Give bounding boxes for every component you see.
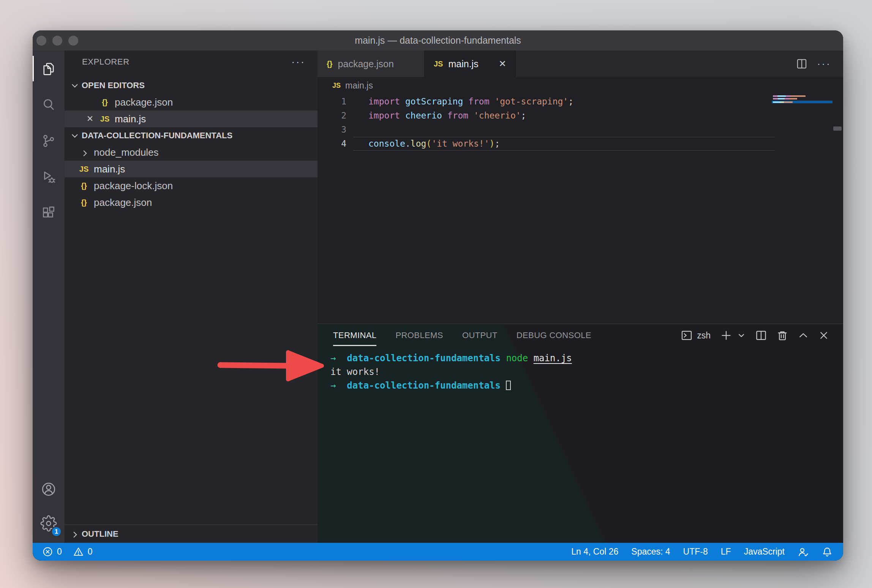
code-line-2: 2 import cheerio from 'cheerio'; [318,109,843,123]
split-editor-icon[interactable] [796,58,807,69]
line-number: 4 [318,137,353,151]
activity-bar: 1 [33,51,65,543]
terminal-panel: TERMINAL PROBLEMS OUTPUT DEBUG CONSOLE z… [318,324,843,543]
tree-item-package-json[interactable]: {} package.json [65,194,318,211]
tree-item-node-modules[interactable]: node_modules [65,144,318,161]
activity-extensions-button[interactable] [33,195,65,231]
zoom-window-button[interactable] [68,36,78,46]
open-editor-item-main-js[interactable]: ✕ JS main.js [65,111,318,127]
kill-terminal-trash-icon[interactable] [777,330,788,341]
desktop-background: { "window": { "title": "main.js — data-c… [0,0,872,588]
terminal-line-command: → data-collection-fundamentals node main… [318,351,843,365]
feedback-person-icon[interactable] [798,546,809,558]
breadcrumb-item[interactable]: main.js [345,81,373,91]
tab-problems[interactable]: PROBLEMS [395,330,443,340]
tab-output[interactable]: OUTPUT [462,330,498,340]
terminal-profile-icon[interactable] [681,330,692,341]
overview-ruler-cursor-mark [833,126,842,131]
vscode-window: main.js — data-collection-fundamentals [33,30,843,561]
tree-item-label: node_modules [94,147,159,158]
encoding-status[interactable]: UTF-8 [683,547,708,557]
launch-profile-dropdown-icon[interactable] [737,331,746,340]
chevron-right-icon [79,150,89,155]
line-number: 3 [318,123,353,137]
tree-item-main-js[interactable]: JS main.js [65,161,318,177]
sidebar-header: EXPLORER ··· [65,51,318,73]
terminal-line-prompt: → data-collection-fundamentals [318,379,843,392]
code-line-4-current: 4 console.log('it works!'); [318,137,843,151]
close-window-button[interactable] [36,36,46,46]
activity-search-button[interactable] [33,87,65,123]
explorer-sidebar: EXPLORER ··· OPEN EDITORS ✕ {} package.j… [65,51,318,543]
split-terminal-icon[interactable] [755,330,767,341]
outline-section-header[interactable]: OUTLINE [65,525,318,543]
activity-source-control-button[interactable] [33,123,65,159]
js-file-icon: JS [434,60,443,68]
open-editor-item-package-json[interactable]: ✕ {} package.json [65,94,318,111]
json-file-icon: {} [327,60,333,68]
window-titlebar: main.js — data-collection-fundamentals [33,30,843,51]
language-mode-status[interactable]: JavaScript [744,547,785,557]
js-file-icon: JS [332,82,341,90]
minimize-window-button[interactable] [52,36,62,46]
activity-run-debug-button[interactable] [33,159,65,195]
breadcrumb[interactable]: JS main.js [318,77,843,94]
warning-count: 0 [88,547,93,557]
maximize-panel-chevron-up-icon[interactable] [798,330,809,341]
open-editors-section-header[interactable]: OPEN EDITORS [65,77,318,94]
sidebar-more-actions-button[interactable]: ··· [291,58,305,66]
tree-item-package-lock-json[interactable]: {} package-lock.json [65,177,318,194]
eol-status[interactable]: LF [721,547,731,557]
close-tab-icon[interactable]: ✕ [499,58,506,69]
line-number: 2 [318,109,353,123]
chevron-right-icon [70,532,78,536]
panel-actions: zsh [681,324,829,347]
status-bar: 0 0 Ln 4, Col 26 Spaces: 4 UTF-8 LF Java… [33,543,843,561]
chevron-down-icon [70,134,78,138]
code-line-3: 3 [318,123,843,137]
activity-explorer-button[interactable] [33,51,65,87]
tab-label: package.json [338,58,394,70]
tree-item-label: main.js [94,163,125,175]
json-file-icon: {} [100,98,110,107]
open-editor-label: main.js [115,113,146,125]
js-file-icon: JS [100,115,110,123]
problems-status[interactable]: 0 0 [43,547,93,557]
notifications-bell-icon[interactable] [822,547,833,557]
tab-debug-console[interactable]: DEBUG CONSOLE [517,330,591,340]
source-control-icon [41,133,57,149]
close-editor-icon[interactable]: ✕ [85,114,95,124]
tab-package-json[interactable]: {} package.json [318,51,425,77]
chevron-down-icon [70,84,78,88]
warning-triangle-icon [73,547,84,557]
error-circle-icon [43,547,53,557]
minimap[interactable] [772,95,833,122]
tree-item-label: package-lock.json [94,180,173,192]
code-editor[interactable]: 1 import gotScraping from 'got-scraping'… [318,94,843,324]
new-terminal-icon[interactable] [720,330,732,341]
sidebar-title: EXPLORER [82,57,130,67]
manage-settings-button[interactable]: 1 [33,506,65,541]
shell-name-label[interactable]: zsh [697,330,711,341]
error-count: 0 [57,547,62,557]
indentation-status[interactable]: Spaces: 4 [631,547,670,557]
traffic-lights [36,30,78,51]
tree-item-label: package.json [94,197,152,209]
cursor-position-status[interactable]: Ln 4, Col 26 [571,547,618,557]
js-file-icon: JS [79,165,89,174]
close-panel-icon[interactable] [818,330,829,341]
tab-terminal[interactable]: TERMINAL [333,330,376,346]
editor-more-actions-icon[interactable]: ··· [817,61,831,67]
accounts-icon [40,481,57,498]
settings-badge: 1 [51,526,62,537]
editor-tab-bar: {} package.json JS main.js ✕ ··· [318,51,843,77]
accounts-button[interactable] [33,472,65,506]
line-number: 1 [318,95,353,109]
editor-group: {} package.json JS main.js ✕ ··· [318,51,843,543]
terminal-output[interactable]: → data-collection-fundamentals node main… [318,351,843,392]
folder-section-header[interactable]: DATA-COLLECTION-FUNDAMENTALS [65,127,318,144]
tab-main-js[interactable]: JS main.js ✕ [425,51,516,77]
open-editor-label: package.json [115,96,173,108]
code-line-1: 1 import gotScraping from 'got-scraping'… [318,95,843,109]
explorer-files-icon [41,61,57,77]
